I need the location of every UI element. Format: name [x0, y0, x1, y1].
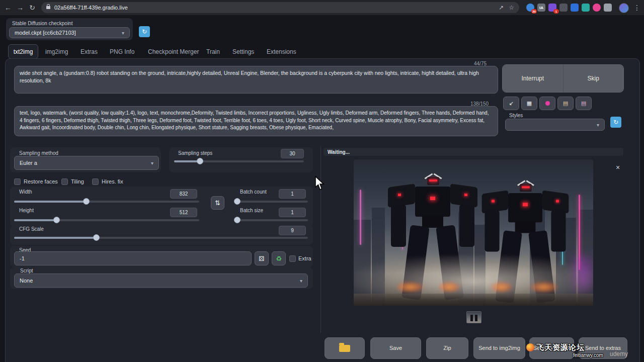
- sampling-method-label: Sampling method: [19, 150, 58, 156]
- hires-fix-checkbox[interactable]: [92, 178, 99, 185]
- address-bar[interactable]: 02a56ff4-71ff-439e.gradio.live ↗ ☆: [41, 2, 519, 13]
- style-select-button[interactable]: [539, 97, 555, 110]
- sampling-steps-label: Sampling steps: [178, 150, 212, 156]
- tab-extensions[interactable]: Extensions: [267, 48, 296, 55]
- extra-networks-button[interactable]: ▦: [521, 97, 537, 110]
- height-label: Height: [19, 208, 34, 213]
- width-label: Width: [19, 189, 32, 195]
- script-value: None: [20, 278, 33, 284]
- tab-txt2img[interactable]: txt2img: [8, 44, 38, 59]
- height-slider[interactable]: [14, 219, 199, 221]
- gallery-thumbnail[interactable]: [466, 311, 481, 323]
- batch-size-slider[interactable]: [234, 219, 308, 221]
- cfg-scale-label: CFG Scale: [19, 226, 44, 232]
- tiling-checkbox[interactable]: [61, 178, 68, 185]
- card-icon: ▤: [563, 100, 568, 107]
- save-style-icon: ▤: [581, 100, 586, 107]
- script-dropdown[interactable]: None ▾: [14, 274, 308, 288]
- checkpoint-block: Stable Diffusion checkpoint model.ckpt […: [6, 18, 133, 40]
- styles-label: Styles: [509, 113, 523, 118]
- batch-count-value[interactable]: 1: [279, 189, 306, 199]
- folder-icon: [339, 345, 350, 352]
- extensions-puzzle-icon[interactable]: [604, 4, 612, 12]
- browser-menu-icon[interactable]: ⋮: [631, 4, 643, 12]
- save-style-button[interactable]: ▤: [576, 97, 592, 110]
- prompt-textarea[interactable]: wide shot angle, a (gundam:0.8) robot st…: [14, 66, 498, 94]
- forward-icon[interactable]: →: [14, 4, 26, 12]
- progress-status: Waiting...: [328, 149, 350, 155]
- tab-settings[interactable]: Settings: [232, 48, 254, 55]
- tab-train[interactable]: Train: [206, 48, 220, 55]
- open-folder-button[interactable]: [325, 337, 365, 359]
- restore-faces-checkbox[interactable]: [14, 178, 21, 185]
- stable-diffusion-webui: ← → ↻ 02a56ff4-71ff-439e.gradio.live ↗ ☆…: [0, 0, 644, 362]
- refresh-checkpoint-button[interactable]: ↻: [139, 26, 150, 37]
- reuse-seed-button[interactable]: ♻: [272, 251, 286, 265]
- close-image-icon[interactable]: ×: [613, 163, 622, 172]
- checkpoint-dropdown[interactable]: model.ckpt [cc6cb27103] ▾: [9, 27, 130, 38]
- skip-button[interactable]: Skip: [563, 65, 624, 92]
- column-divider: [320, 147, 321, 333]
- browser-toolbar: ← → ↻ 02a56ff4-71ff-439e.gradio.live ↗ ☆…: [0, 0, 644, 15]
- grid-icon: ▦: [527, 100, 532, 107]
- url-text[interactable]: 02a56ff4-71ff-439e.gradio.live: [54, 5, 494, 11]
- batch-size-label: Batch size: [240, 208, 263, 213]
- tab-checkpoint-merger[interactable]: Checkpoint Merger: [148, 48, 199, 55]
- tab-extras[interactable]: Extras: [80, 48, 98, 55]
- batch-count-label: Batch count: [240, 189, 267, 195]
- chevron-down-icon: ▾: [300, 278, 302, 284]
- back-icon[interactable]: ←: [2, 4, 14, 12]
- share-icon[interactable]: ↗: [499, 4, 504, 11]
- extension-icon-5[interactable]: [571, 4, 579, 12]
- batch-size-value[interactable]: 1: [279, 208, 306, 217]
- profile-avatar[interactable]: [619, 3, 629, 13]
- cfg-scale-value[interactable]: 9: [279, 226, 306, 235]
- cfg-block: [10, 225, 313, 245]
- dice-icon: ⚄: [259, 255, 264, 262]
- interrupt-button[interactable]: Interrupt: [503, 65, 563, 92]
- negative-prompt-textarea[interactable]: text, logo, watermark, (worst quality, l…: [14, 106, 498, 136]
- mouse-cursor: [315, 176, 326, 191]
- extension-icon-6[interactable]: [582, 4, 590, 12]
- batch-count-slider[interactable]: [234, 201, 308, 203]
- paste-icon: ↙: [509, 100, 513, 107]
- paste-params-button[interactable]: ↙: [503, 97, 519, 110]
- sampling-method-dropdown[interactable]: Euler a ▾: [14, 156, 159, 170]
- ground-shadow: [354, 294, 593, 306]
- cfg-scale-slider[interactable]: [14, 237, 308, 239]
- extension-icon-4[interactable]: [559, 4, 568, 12]
- generation-controls: Interrupt Skip: [502, 64, 624, 93]
- tab-img2img[interactable]: img2img: [45, 48, 68, 55]
- swap-dimensions-button[interactable]: ⇅: [211, 196, 224, 210]
- extension-icon-2[interactable]: IA: [537, 4, 545, 12]
- width-value[interactable]: 832: [170, 189, 197, 199]
- extension-icon-1[interactable]: 20: [526, 4, 534, 12]
- seed-extra-label: Extra: [298, 255, 311, 261]
- seed-extra-checkbox[interactable]: [289, 255, 296, 262]
- zip-button[interactable]: Zip: [426, 337, 468, 359]
- send-to-img2img-button[interactable]: Send to img2img: [473, 337, 525, 359]
- chevron-down-icon: ▾: [122, 30, 124, 36]
- save-button[interactable]: Save: [370, 337, 421, 359]
- extension-badge: 1: [553, 9, 559, 14]
- height-value[interactable]: 512: [170, 208, 197, 217]
- reload-icon[interactable]: ↻: [26, 4, 38, 12]
- tab-png-info[interactable]: PNG Info: [110, 48, 134, 55]
- styles-refresh-button[interactable]: ↻: [610, 117, 621, 128]
- width-slider[interactable]: [14, 201, 199, 203]
- sampling-steps-value[interactable]: 30: [281, 149, 304, 158]
- sampling-method-value: Euler a: [20, 160, 37, 166]
- seed-input[interactable]: -1: [14, 251, 252, 265]
- generated-image[interactable]: [354, 159, 593, 306]
- recycle-icon: ♻: [276, 255, 282, 262]
- apply-style-button[interactable]: ▤: [557, 97, 574, 110]
- watermark-url: feitianwy.com: [573, 352, 603, 358]
- extension-icon-7[interactable]: [593, 4, 601, 12]
- fire-glow: [396, 282, 424, 293]
- sampling-steps-slider[interactable]: [174, 160, 304, 162]
- styles-dropdown[interactable]: ▾: [505, 119, 605, 131]
- bookmark-star-icon[interactable]: ☆: [509, 4, 514, 11]
- lock-icon: [46, 6, 50, 9]
- extension-icon-3[interactable]: 1: [548, 4, 556, 12]
- random-seed-button[interactable]: ⚄: [255, 251, 269, 265]
